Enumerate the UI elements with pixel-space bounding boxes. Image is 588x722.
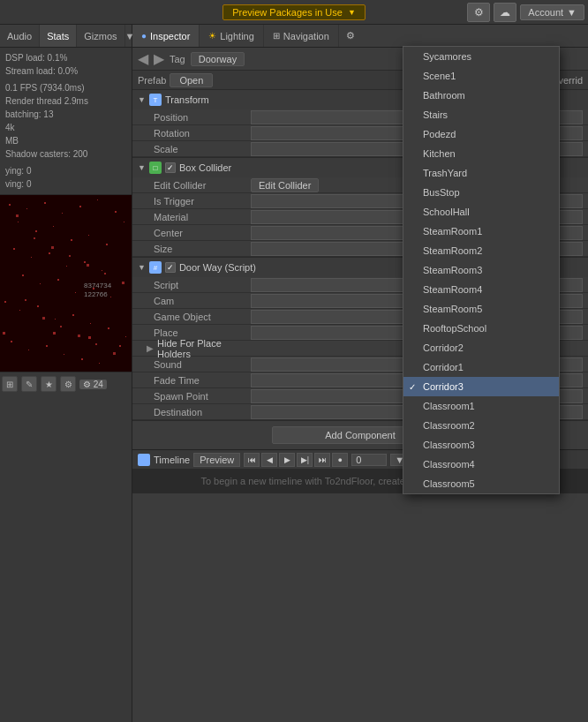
lock-icon[interactable]: ⊞: [2, 376, 18, 392]
tab-audio[interactable]: Audio: [0, 25, 40, 47]
dropdown-item-label: SteamRoom1: [423, 226, 482, 237]
svg-rect-4: [62, 213, 63, 214]
box-collider-icon: □: [149, 162, 162, 174]
svg-rect-31: [72, 314, 74, 316]
star-icon[interactable]: ★: [41, 376, 57, 392]
stat-mb: MB: [5, 134, 126, 147]
dropdown-item-rooftopschool[interactable]: RooftopSchool: [403, 319, 559, 338]
timeline-skip-back[interactable]: ⏮: [244, 453, 260, 467]
dropdown-item-classroom4[interactable]: Classroom4: [403, 455, 559, 474]
svg-rect-35: [11, 341, 12, 342]
svg-rect-47: [51, 246, 54, 249]
tab-gizmos[interactable]: Gizmos: [77, 25, 124, 47]
dropdown-item-corridor2[interactable]: Corridor2: [403, 338, 559, 357]
prefab-open-button[interactable]: Open: [170, 73, 213, 87]
svg-rect-43: [88, 336, 91, 339]
badge-icon: ⚙: [83, 380, 91, 389]
account-button[interactable]: Account ▼: [520, 4, 584, 20]
dropdown-item-label: Classroom1: [423, 401, 475, 411]
tab-gear[interactable]: ⚙: [339, 25, 362, 47]
lighting-dot: ☀: [208, 31, 216, 41]
edit-icon[interactable]: ✎: [21, 376, 37, 392]
svg-rect-42: [53, 332, 56, 335]
tab-stats[interactable]: Stats: [40, 25, 77, 47]
account-label: Account: [528, 7, 563, 18]
dropdown-item-stairs[interactable]: Stairs: [403, 105, 559, 124]
dropdown-item-steamroom2[interactable]: SteamRoom2: [403, 241, 559, 260]
svg-rect-16: [31, 257, 32, 258]
prop-label-is-trigger: Is Trigger: [154, 196, 251, 207]
prop-label-edit-collider: Edit Collider: [154, 180, 251, 191]
arrow-right-icon: ▶: [154, 50, 164, 67]
dropdown-item-classroom3[interactable]: Classroom3: [403, 435, 559, 455]
scene-preview-svg: 8374734 122766: [0, 195, 132, 372]
timeline-play[interactable]: ▶: [279, 453, 295, 467]
dropdown-item-podezd[interactable]: Podezd: [403, 124, 559, 144]
dropdown-item-label: Classroom5: [423, 478, 475, 489]
dropdown-item-kitchen[interactable]: Kitchen: [403, 144, 559, 163]
dropdown-item-steamroom5[interactable]: SteamRoom5: [403, 299, 559, 319]
dropdown-item-classroom2[interactable]: Classroom2: [403, 416, 559, 435]
timeline-step-back[interactable]: ◀: [261, 453, 277, 467]
dropdown-item-trashyard[interactable]: TrashYard: [403, 163, 559, 183]
dropdown-item-sycamores[interactable]: Sycamores: [403, 47, 559, 66]
timeline-preview-button[interactable]: Preview: [193, 453, 240, 467]
dropdown-item-steamroom4[interactable]: SteamRoom4: [403, 280, 559, 299]
prop-label-place: Place: [154, 327, 251, 338]
tab-inspector[interactable]: ● Inspector: [132, 25, 200, 47]
section-arrow-door-way: ▼: [138, 263, 146, 272]
tab-navigation-label: Navigation: [283, 31, 329, 41]
svg-rect-40: [99, 363, 100, 364]
svg-rect-9: [35, 230, 37, 232]
section-arrow-box-collider: ▼: [138, 163, 146, 172]
cloud-icon-btn[interactable]: ☁: [494, 3, 516, 22]
prefab-label: Prefab: [138, 75, 166, 86]
dropdown-item-corridor3[interactable]: ✓Corridor3: [403, 377, 559, 396]
svg-rect-14: [124, 222, 124, 222]
left-bottom-icons: ⊞ ✎ ★ ⚙ ⚙ 24: [0, 372, 132, 395]
dropdown-item-scene1[interactable]: Scene1: [403, 66, 559, 86]
dropdown-item-label: RooftopSchool: [423, 323, 486, 334]
tab-navigation[interactable]: ⊞ Navigation: [264, 25, 339, 47]
svg-rect-51: [122, 282, 124, 284]
svg-rect-33: [108, 327, 109, 329]
dropdown-item-steamroom3[interactable]: SteamRoom3: [403, 260, 559, 280]
tab-lighting-label: Lighting: [220, 31, 254, 41]
timeline-skip-fwd[interactable]: ⏭: [314, 453, 330, 467]
gear-icon-btn[interactable]: ⚙: [467, 3, 490, 22]
prop-label-sound: Sound: [154, 359, 251, 370]
svg-rect-48: [69, 255, 71, 257]
dropdown-item-steamroom1[interactable]: SteamRoom1: [403, 222, 559, 241]
timeline-record[interactable]: ●: [332, 453, 348, 467]
dropdown-item-label: Classroom4: [423, 459, 475, 470]
dropdown-item-label: Classroom2: [423, 420, 475, 431]
tag-value[interactable]: Doorway: [191, 52, 245, 66]
prop-label-cam: Cam: [154, 296, 251, 306]
preview-arrow: ▼: [348, 8, 356, 17]
dropdown-item-classroom1[interactable]: Classroom1: [403, 396, 559, 416]
dropdown-item-label: SchoolHall: [423, 207, 470, 217]
dropdown-item-schoolhall[interactable]: SchoolHall: [403, 202, 559, 222]
preview-dropdown[interactable]: Preview Packages in Use ▼: [222, 4, 366, 20]
timeline-step-fwd[interactable]: ▶|: [297, 453, 313, 467]
stat-fps: 0.1 FPS (7934.0ms): [5, 81, 126, 94]
dropdown-item-label: Stairs: [423, 109, 448, 120]
svg-rect-19: [84, 261, 86, 263]
dropdown-item-classroom5[interactable]: Classroom5: [403, 474, 559, 493]
svg-rect-2: [26, 208, 27, 209]
tab-lighting[interactable]: ☀ Lighting: [200, 25, 264, 47]
timeline-time-input[interactable]: [351, 454, 387, 466]
dropdown-item-label: TrashYard: [423, 168, 467, 178]
dropdown-item-label: Classroom3: [423, 440, 475, 450]
dropdown-item-busstop[interactable]: BusStop: [403, 183, 559, 202]
tab-audio-label: Audio: [7, 31, 32, 41]
dropdown-item-corridor1[interactable]: Corridor1: [403, 357, 559, 377]
dropdown-item-label: Corridor3: [423, 381, 464, 392]
door-way-checkbox[interactable]: ✓: [165, 262, 176, 273]
settings-icon[interactable]: ⚙: [60, 376, 76, 392]
edit-collider-button[interactable]: Edit Collider: [251, 178, 319, 192]
box-collider-checkbox[interactable]: ✓: [165, 162, 176, 173]
dropdown-item-bathroom[interactable]: Bathroom: [403, 86, 559, 105]
dropdown-item-label: Corridor1: [423, 362, 464, 372]
dropdown-item-label: SteamRoom4: [423, 284, 482, 295]
